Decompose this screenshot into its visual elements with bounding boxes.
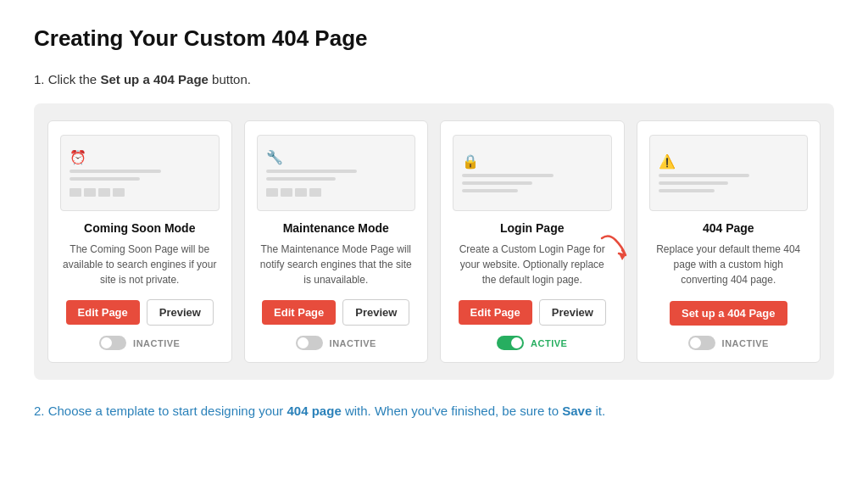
404-desc: Replace your default theme 404 page with…: [649, 242, 809, 289]
login-edit-button[interactable]: Edit Page: [459, 300, 532, 325]
404-toggle[interactable]: [688, 336, 715, 350]
login-status: ACTIVE: [497, 336, 567, 350]
coming-soon-edit-button[interactable]: Edit Page: [66, 300, 140, 325]
maintenance-title: Maintenance Mode: [283, 221, 389, 235]
404-preview: ⚠️: [649, 135, 809, 211]
login-preview: 🔒: [453, 135, 612, 211]
coming-soon-preview: ⏰: [60, 135, 220, 211]
404-actions: Set up a 404 Page: [670, 301, 787, 326]
coming-soon-toggle[interactable]: [99, 336, 126, 350]
login-preview-button[interactable]: Preview: [539, 299, 606, 326]
coming-soon-actions: Edit Page Preview: [66, 299, 214, 326]
coming-soon-preview-button[interactable]: Preview: [147, 299, 214, 326]
maintenance-actions: Edit Page Preview: [262, 299, 409, 326]
red-arrow-icon: [600, 231, 639, 262]
maintenance-preview-button[interactable]: Preview: [342, 299, 409, 326]
lock-icon: 🔒: [462, 153, 479, 170]
coming-soon-status: INACTIVE: [99, 336, 180, 350]
cards-panel: ⏰ Coming Soon Mode The Coming Soon Page …: [34, 103, 834, 380]
404-card: ⚠️ 404 Page Replace your default theme 4…: [637, 120, 821, 363]
page-title: Creating Your Custom 404 Page: [34, 25, 834, 52]
login-desc: Create a Custom Login Page for your webs…: [453, 242, 612, 287]
step2-instruction: 2. Choose a template to start designing …: [34, 404, 834, 418]
coming-soon-desc: The Coming Soon Page will be available t…: [60, 242, 220, 287]
login-toggle[interactable]: [497, 336, 524, 350]
maintenance-toggle[interactable]: [296, 336, 323, 350]
404-status: INACTIVE: [688, 336, 769, 350]
setup-404-button[interactable]: Set up a 404 Page: [670, 301, 787, 326]
login-title: Login Page: [500, 221, 564, 235]
coming-soon-card: ⏰ Coming Soon Mode The Coming Soon Page …: [47, 120, 232, 363]
warning-icon: ⚠️: [659, 153, 676, 170]
clock-icon: ⏰: [70, 149, 86, 165]
wrench-icon: 🔧: [266, 149, 283, 165]
maintenance-preview: 🔧: [257, 135, 416, 211]
coming-soon-title: Coming Soon Mode: [84, 221, 195, 235]
step1-instruction: 1. Click the Set up a 404 Page button.: [34, 72, 834, 86]
maintenance-edit-button[interactable]: Edit Page: [262, 300, 336, 325]
cards-row: ⏰ Coming Soon Mode The Coming Soon Page …: [47, 120, 821, 363]
login-card: 🔒 Login Page Create a Custom Login Page …: [440, 120, 625, 363]
login-actions: Edit Page Preview: [459, 299, 606, 326]
maintenance-desc: The Maintenance Mode Page will notify se…: [257, 242, 416, 287]
404-title: 404 Page: [703, 221, 754, 235]
maintenance-status: INACTIVE: [296, 336, 376, 350]
maintenance-card: 🔧 Maintenance Mode The Maintenance Mode …: [244, 120, 429, 363]
